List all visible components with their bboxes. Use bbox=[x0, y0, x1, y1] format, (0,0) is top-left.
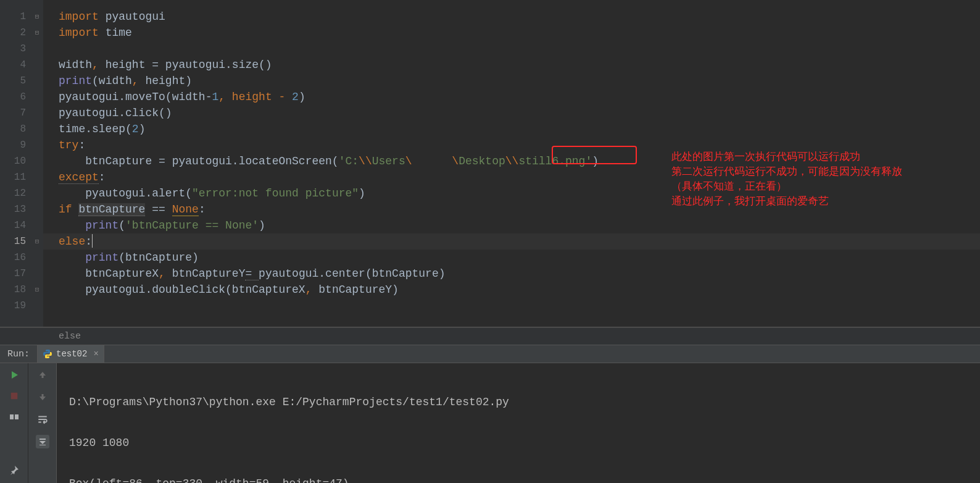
line-number[interactable]: 10 bbox=[0, 153, 31, 169]
annotation-text: 此处的图片第一次执行代码可以运行成功 第二次运行代码运行不成功，可能是因为没有释… bbox=[671, 149, 902, 209]
fold-open-icon[interactable]: ⊟ bbox=[35, 14, 39, 20]
line-number[interactable]: 4 bbox=[0, 57, 31, 73]
annotation-line: 通过此例子，我打开桌面的爱奇艺 bbox=[671, 194, 902, 209]
run-console-output[interactable]: D:\Programs\Python37\python.exe E:/Pycha… bbox=[57, 363, 980, 483]
svg-rect-3 bbox=[41, 375, 43, 378]
up-arrow-icon[interactable] bbox=[36, 368, 49, 382]
line-number[interactable]: 18 bbox=[0, 282, 31, 298]
text-caret bbox=[92, 234, 93, 248]
pin-icon[interactable] bbox=[7, 463, 21, 477]
string: "error:not found picture" bbox=[192, 187, 359, 200]
keyword-if: if bbox=[59, 203, 78, 216]
fold-open-icon[interactable]: ⊟ bbox=[35, 238, 39, 245]
number: 2 bbox=[292, 91, 299, 103]
fold-open-icon[interactable]: ⊟ bbox=[35, 30, 39, 36]
string-filename: still6.png' bbox=[518, 155, 592, 167]
fold-close-icon[interactable]: ⊡ bbox=[35, 287, 39, 293]
escape: \ bbox=[452, 155, 459, 167]
breadcrumb[interactable]: else bbox=[0, 327, 980, 345]
paren: ) bbox=[299, 91, 305, 103]
line-number[interactable]: 6 bbox=[0, 89, 31, 105]
paren: ) bbox=[259, 219, 265, 232]
code-text: pyautogui.center(btnCapture) bbox=[259, 267, 445, 280]
run-tab-label: test02 bbox=[56, 349, 87, 359]
identifier-warn: btnCapture bbox=[78, 203, 145, 216]
line-number[interactable]: 15 bbox=[0, 233, 31, 250]
run-panel-header: Run: test02 × bbox=[0, 345, 980, 363]
keyword-try: try bbox=[59, 139, 78, 151]
breadcrumb-item[interactable]: else bbox=[59, 331, 81, 342]
code-area[interactable]: import pyautogui import time width, heig… bbox=[43, 0, 980, 327]
operator: == bbox=[145, 203, 172, 216]
number: 1 bbox=[212, 91, 218, 103]
comma: , bbox=[305, 284, 319, 296]
comma: , bbox=[159, 267, 172, 280]
line-number[interactable]: 17 bbox=[0, 266, 31, 282]
comma: , bbox=[132, 75, 146, 87]
line-number[interactable]: 9 bbox=[0, 137, 31, 153]
run-toolbar-secondary bbox=[28, 363, 57, 483]
code-text: btnCaptureY) bbox=[318, 284, 399, 296]
arg: height bbox=[145, 75, 185, 87]
string: Desktop bbox=[459, 155, 505, 167]
line-number[interactable]: 14 bbox=[0, 217, 31, 233]
paren: ( bbox=[92, 75, 99, 87]
down-arrow-icon[interactable] bbox=[36, 390, 49, 404]
line-number[interactable]: 5 bbox=[0, 73, 31, 89]
module-name: pyautogui bbox=[106, 10, 165, 23]
number: 2 bbox=[132, 123, 139, 135]
line-number[interactable]: 19 bbox=[0, 298, 31, 314]
indent bbox=[59, 219, 85, 232]
arg: btnCapture) bbox=[125, 251, 199, 264]
line-number[interactable]: 2 bbox=[0, 25, 31, 41]
code-text: btnCaptureY bbox=[172, 267, 246, 280]
indent bbox=[59, 251, 85, 264]
builtin-print: print bbox=[85, 219, 118, 232]
line-number[interactable]: 3 bbox=[0, 41, 31, 57]
layout-icon[interactable] bbox=[7, 410, 21, 424]
gutter-fold-column: ⊟ ⊟ ⊟ ⊡ bbox=[31, 0, 43, 327]
annotation-line: （具体不知道，正在看） bbox=[671, 179, 902, 194]
stop-icon[interactable] bbox=[7, 389, 21, 403]
console-line: 1920 1080 bbox=[69, 435, 968, 451]
run-icon[interactable] bbox=[7, 368, 21, 382]
soft-wrap-icon[interactable] bbox=[36, 413, 49, 426]
keyword-else: else bbox=[59, 235, 85, 248]
line-number[interactable]: 12 bbox=[0, 185, 31, 201]
escape: \\ bbox=[359, 155, 372, 167]
string-redacted bbox=[412, 155, 452, 167]
escape: \\ bbox=[505, 155, 519, 167]
builtin-print: print bbox=[59, 75, 92, 87]
paren: ) bbox=[139, 123, 146, 135]
paren: ) bbox=[185, 75, 192, 87]
paren: ( bbox=[118, 251, 125, 264]
paren: ) bbox=[592, 155, 599, 167]
run-tab[interactable]: test02 × bbox=[37, 345, 104, 363]
code-text: pyautogui.moveTo(width- bbox=[59, 91, 212, 103]
line-number[interactable]: 16 bbox=[0, 250, 31, 266]
string: 'btnCapture == None' bbox=[125, 219, 259, 232]
line-number[interactable]: 7 bbox=[0, 105, 31, 121]
scroll-to-end-icon[interactable] bbox=[36, 435, 49, 448]
code-text: width bbox=[59, 59, 92, 71]
console-line: Box(left=86, top=330, width=59, height=4… bbox=[69, 476, 968, 483]
none-literal: None bbox=[172, 203, 199, 216]
code-text: pyautogui.doubleClick(btnCaptureX bbox=[59, 284, 305, 296]
close-icon[interactable]: × bbox=[93, 349, 98, 359]
string: Users bbox=[372, 155, 405, 167]
keyword-import: import bbox=[59, 10, 106, 23]
line-number[interactable]: 11 bbox=[0, 169, 31, 185]
line-number[interactable]: 13 bbox=[0, 201, 31, 217]
gutter-line-numbers: 1 2 3 4 5 6 7 8 9 10 11 12 13 14 15 16 1… bbox=[0, 0, 31, 327]
keyword-except: except bbox=[59, 171, 99, 184]
line-number[interactable]: 8 bbox=[0, 121, 31, 137]
annotation-line: 第二次运行代码运行不成功，可能是因为没有释放 bbox=[671, 164, 902, 179]
operator-warn: = bbox=[245, 267, 259, 280]
python-file-icon bbox=[43, 349, 52, 359]
arg: width bbox=[99, 75, 132, 87]
code-text: pyautogui.click() bbox=[59, 107, 172, 119]
code-text: height = pyautogui.size() bbox=[106, 59, 272, 71]
code-text: btnCapture = pyautogui.locateOnScreen( bbox=[59, 155, 339, 167]
line-number[interactable]: 1 bbox=[0, 9, 31, 25]
comma: , height - bbox=[218, 91, 292, 103]
